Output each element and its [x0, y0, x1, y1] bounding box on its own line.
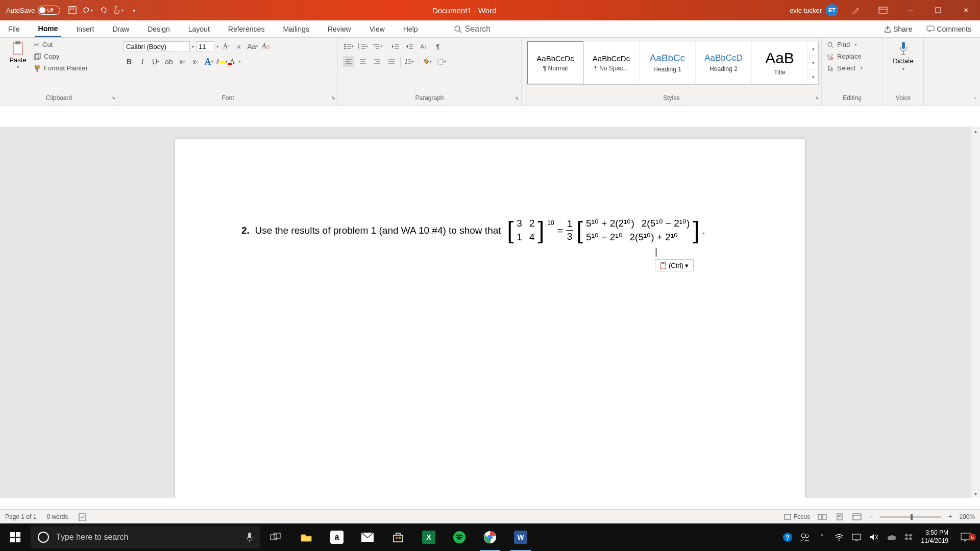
drawing-mode-icon[interactable] [845, 0, 866, 20]
highlight-button[interactable]: ℓ▾ [216, 56, 228, 67]
paragraph-launcher[interactable]: ⬊ [515, 95, 519, 101]
maximize-button[interactable] [928, 0, 948, 20]
autosave-toggle[interactable]: AutoSave Off [6, 6, 60, 15]
amazon-icon[interactable]: a [322, 523, 352, 551]
tab-home[interactable]: Home [35, 21, 61, 37]
tablet-mode-icon[interactable] [852, 533, 861, 542]
clipboard-launcher[interactable]: ⬊ [112, 95, 116, 101]
mic-icon[interactable] [246, 532, 253, 542]
shading-button[interactable]: ▾ [422, 56, 433, 67]
file-explorer-icon[interactable] [291, 523, 322, 551]
borders-button[interactable]: ▾ [436, 56, 447, 67]
font-name-input[interactable] [124, 41, 190, 52]
user-account[interactable]: evie tucker ET [790, 4, 838, 16]
zoom-in-button[interactable]: + [948, 513, 952, 520]
tab-view[interactable]: View [366, 22, 388, 36]
style-heading2[interactable]: AaBbCcD Heading 2 [696, 41, 752, 84]
gethelp-icon[interactable]: ? [782, 533, 792, 542]
save-button[interactable] [67, 5, 78, 15]
dropbox-icon[interactable] [904, 533, 913, 542]
cut-button[interactable]: ✂Cut [34, 41, 88, 48]
tab-review[interactable]: Review [325, 22, 354, 36]
action-center-button[interactable]: 6 [957, 533, 975, 542]
tab-help[interactable]: Help [400, 22, 421, 36]
paste-options-button[interactable]: (Ctrl) ▾ [655, 259, 694, 271]
style-normal[interactable]: AaBbCcDc ¶ Normal [527, 41, 583, 84]
page[interactable]: 2. Use the results of problem 1 (and WA … [175, 139, 805, 498]
copy-button[interactable]: Copy [34, 53, 88, 60]
bullets-button[interactable]: ▾ [343, 41, 354, 52]
qat-more-button[interactable]: ▾ [129, 5, 139, 15]
touch-mode-button[interactable]: ▾ [113, 5, 124, 15]
numbering-button[interactable]: 123▾ [357, 41, 369, 52]
ribbon-display-button[interactable] [873, 0, 893, 20]
clock[interactable]: 3:50 PM 11/4/2019 [921, 529, 948, 545]
print-layout-button[interactable] [835, 512, 845, 521]
undo-button[interactable]: ▾ [83, 5, 93, 15]
zoom-level[interactable]: 100% [959, 513, 975, 520]
line-spacing-button[interactable]: ▾ [404, 56, 415, 67]
select-button[interactable]: Select▾ [827, 64, 863, 72]
increase-indent-button[interactable] [404, 41, 415, 52]
web-layout-button[interactable] [852, 512, 862, 521]
subscript-button[interactable]: x2 [177, 56, 188, 67]
tab-references[interactable]: References [225, 22, 268, 36]
spelling-button[interactable] [78, 513, 87, 521]
vertical-scrollbar[interactable]: ▴ ▾ [971, 127, 980, 498]
italic-button[interactable]: I [137, 56, 148, 67]
word-count[interactable]: 0 words [46, 513, 68, 520]
align-center-button[interactable] [357, 56, 369, 67]
volume-icon[interactable] [869, 533, 878, 542]
chrome-icon[interactable] [475, 523, 505, 551]
minimize-button[interactable]: ─ [900, 0, 921, 20]
task-view-button[interactable] [260, 523, 291, 551]
find-button[interactable]: Find▾ [827, 41, 857, 48]
page-indicator[interactable]: Page 1 of 1 [5, 513, 36, 520]
align-right-button[interactable] [372, 56, 383, 67]
style-nospacing[interactable]: AaBbCcDc ¶ No Spac... [583, 41, 640, 84]
font-launcher[interactable]: ⬊ [331, 95, 335, 101]
tell-me-search[interactable]: Search [454, 24, 491, 34]
styles-down[interactable]: ▾ [808, 56, 818, 70]
replace-button[interactable]: abReplace [827, 53, 862, 60]
styles-more[interactable]: ▾ [808, 70, 818, 84]
tab-file[interactable]: File [5, 22, 23, 36]
text-effects-button[interactable]: A▾ [203, 56, 214, 67]
styles-launcher[interactable]: ⬊ [815, 95, 819, 101]
share-button[interactable]: Share [880, 23, 916, 35]
style-heading1[interactable]: AaBbCc Heading 1 [640, 41, 696, 84]
focus-mode-button[interactable]: Focus [783, 513, 811, 520]
document-area[interactable]: 2. Use the results of problem 1 (and WA … [0, 127, 980, 498]
tab-mailings[interactable]: Mailings [280, 22, 312, 36]
start-button[interactable] [0, 532, 31, 542]
tab-design[interactable]: Design [144, 22, 173, 36]
paste-button[interactable]: Paste ▾ [5, 41, 31, 69]
store-icon[interactable] [383, 523, 413, 551]
format-painter-button[interactable]: Format Painter [34, 64, 88, 72]
multilevel-button[interactable]: ▾ [372, 41, 383, 52]
tab-draw[interactable]: Draw [109, 22, 132, 36]
spotify-icon[interactable] [444, 523, 475, 551]
font-color-button[interactable]: A▾ [230, 56, 241, 67]
scroll-up[interactable]: ▴ [971, 127, 980, 136]
sort-button[interactable]: A↓ [418, 41, 429, 52]
collapse-ribbon-button[interactable]: ˄ [974, 97, 977, 104]
wifi-icon[interactable] [835, 533, 844, 542]
zoom-slider[interactable] [880, 516, 941, 518]
tab-insert[interactable]: Insert [73, 22, 97, 36]
people-icon[interactable] [800, 533, 809, 542]
zoom-out-button[interactable]: − [869, 513, 873, 520]
underline-button[interactable]: U▾ [150, 56, 161, 67]
comments-button[interactable]: Comments [923, 23, 975, 35]
taskbar-search[interactable]: Type here to search [31, 526, 260, 548]
clear-formatting-button[interactable]: A◇ [260, 41, 272, 52]
word-icon[interactable]: W [505, 523, 536, 551]
decrease-indent-button[interactable] [389, 41, 401, 52]
align-left-button[interactable] [343, 56, 354, 67]
tab-layout[interactable]: Layout [185, 22, 213, 36]
dictate-button[interactable]: Dictate ▾ [893, 41, 913, 71]
font-size-input[interactable] [196, 41, 214, 52]
mail-icon[interactable] [352, 523, 383, 551]
scroll-down[interactable]: ▾ [971, 489, 980, 498]
style-title[interactable]: AaB Title [752, 41, 808, 84]
